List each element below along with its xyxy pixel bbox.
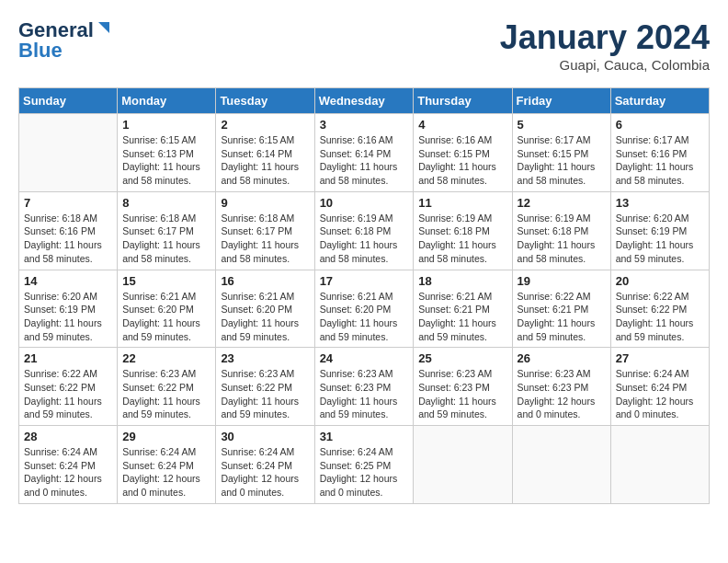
calendar-week-3: 14Sunrise: 6:20 AM Sunset: 6:19 PM Dayli… — [19, 270, 710, 348]
calendar-cell: 13Sunrise: 6:20 AM Sunset: 6:19 PM Dayli… — [610, 191, 709, 270]
calendar-cell: 18Sunrise: 6:21 AM Sunset: 6:21 PM Dayli… — [414, 270, 512, 348]
day-detail: Sunrise: 6:22 AM Sunset: 6:22 PM Dayligh… — [24, 367, 112, 421]
day-detail: Sunrise: 6:21 AM Sunset: 6:21 PM Dayligh… — [418, 290, 506, 344]
day-detail: Sunrise: 6:23 AM Sunset: 6:23 PM Dayligh… — [418, 367, 506, 421]
calendar-cell: 8Sunrise: 6:18 AM Sunset: 6:17 PM Daylig… — [118, 191, 216, 270]
calendar-cell — [610, 426, 709, 504]
calendar-cell: 10Sunrise: 6:19 AM Sunset: 6:18 PM Dayli… — [314, 191, 414, 270]
svg-marker-0 — [98, 22, 109, 33]
calendar-cell: 17Sunrise: 6:21 AM Sunset: 6:20 PM Dayli… — [314, 270, 414, 348]
calendar-cell: 30Sunrise: 6:24 AM Sunset: 6:24 PM Dayli… — [216, 426, 314, 504]
calendar-cell: 22Sunrise: 6:23 AM Sunset: 6:22 PM Dayli… — [118, 348, 216, 426]
day-number: 6 — [616, 118, 704, 132]
day-number: 15 — [122, 274, 210, 288]
col-wednesday: Wednesday — [314, 88, 414, 114]
day-detail: Sunrise: 6:18 AM Sunset: 6:17 PM Dayligh… — [221, 212, 309, 266]
calendar-cell: 26Sunrise: 6:23 AM Sunset: 6:23 PM Dayli… — [512, 348, 610, 426]
day-number: 16 — [221, 274, 309, 288]
calendar-cell: 1Sunrise: 6:15 AM Sunset: 6:13 PM Daylig… — [118, 114, 216, 192]
logo-blue: Blue — [18, 39, 63, 63]
calendar-cell: 27Sunrise: 6:24 AM Sunset: 6:24 PM Dayli… — [610, 348, 709, 426]
page-header: General Blue January 2024 Guapi, Cauca, … — [18, 18, 710, 73]
calendar-cell: 9Sunrise: 6:18 AM Sunset: 6:17 PM Daylig… — [216, 191, 314, 270]
calendar-cell: 14Sunrise: 6:20 AM Sunset: 6:19 PM Dayli… — [19, 270, 118, 348]
day-detail: Sunrise: 6:24 AM Sunset: 6:24 PM Dayligh… — [24, 445, 112, 500]
col-sunday: Sunday — [19, 88, 118, 114]
day-number: 9 — [221, 196, 309, 210]
day-detail: Sunrise: 6:23 AM Sunset: 6:22 PM Dayligh… — [122, 367, 210, 421]
day-detail: Sunrise: 6:22 AM Sunset: 6:21 PM Dayligh… — [518, 290, 606, 344]
col-friday: Friday — [512, 88, 610, 114]
day-detail: Sunrise: 6:21 AM Sunset: 6:20 PM Dayligh… — [122, 290, 210, 344]
day-number: 25 — [418, 351, 506, 365]
day-detail: Sunrise: 6:16 AM Sunset: 6:15 PM Dayligh… — [418, 133, 506, 188]
day-detail: Sunrise: 6:21 AM Sunset: 6:20 PM Dayligh… — [221, 290, 309, 344]
day-detail: Sunrise: 6:24 AM Sunset: 6:25 PM Dayligh… — [320, 445, 409, 500]
day-number: 24 — [320, 351, 409, 365]
calendar-week-1: 1Sunrise: 6:15 AM Sunset: 6:13 PM Daylig… — [19, 114, 710, 192]
day-detail: Sunrise: 6:16 AM Sunset: 6:14 PM Dayligh… — [320, 133, 409, 188]
col-monday: Monday — [118, 88, 216, 114]
calendar-cell: 28Sunrise: 6:24 AM Sunset: 6:24 PM Dayli… — [19, 426, 118, 504]
day-detail: Sunrise: 6:19 AM Sunset: 6:18 PM Dayligh… — [320, 212, 409, 266]
day-detail: Sunrise: 6:24 AM Sunset: 6:24 PM Dayligh… — [122, 445, 210, 500]
calendar-cell: 12Sunrise: 6:19 AM Sunset: 6:18 PM Dayli… — [512, 191, 610, 270]
calendar-cell: 25Sunrise: 6:23 AM Sunset: 6:23 PM Dayli… — [414, 348, 512, 426]
day-detail: Sunrise: 6:21 AM Sunset: 6:20 PM Dayligh… — [320, 290, 409, 344]
calendar-cell: 24Sunrise: 6:23 AM Sunset: 6:23 PM Dayli… — [314, 348, 414, 426]
col-tuesday: Tuesday — [216, 88, 314, 114]
day-number: 7 — [24, 196, 112, 210]
calendar-cell: 19Sunrise: 6:22 AM Sunset: 6:21 PM Dayli… — [512, 270, 610, 348]
day-number: 1 — [122, 118, 210, 132]
calendar-week-2: 7Sunrise: 6:18 AM Sunset: 6:16 PM Daylig… — [19, 191, 710, 270]
day-detail: Sunrise: 6:17 AM Sunset: 6:15 PM Dayligh… — [518, 133, 606, 188]
day-detail: Sunrise: 6:18 AM Sunset: 6:17 PM Dayligh… — [122, 212, 210, 266]
logo: General Blue — [18, 18, 113, 63]
day-number: 12 — [518, 196, 606, 210]
day-detail: Sunrise: 6:23 AM Sunset: 6:22 PM Dayligh… — [221, 367, 309, 421]
calendar-week-5: 28Sunrise: 6:24 AM Sunset: 6:24 PM Dayli… — [19, 426, 710, 504]
calendar-cell: 7Sunrise: 6:18 AM Sunset: 6:16 PM Daylig… — [19, 191, 118, 270]
calendar-cell — [414, 426, 512, 504]
calendar-cell: 11Sunrise: 6:19 AM Sunset: 6:18 PM Dayli… — [414, 191, 512, 270]
day-detail: Sunrise: 6:15 AM Sunset: 6:14 PM Dayligh… — [221, 133, 309, 188]
calendar-cell: 3Sunrise: 6:16 AM Sunset: 6:14 PM Daylig… — [314, 114, 414, 192]
calendar-cell: 2Sunrise: 6:15 AM Sunset: 6:14 PM Daylig… — [216, 114, 314, 192]
day-detail: Sunrise: 6:18 AM Sunset: 6:16 PM Dayligh… — [24, 212, 112, 266]
day-detail: Sunrise: 6:15 AM Sunset: 6:13 PM Dayligh… — [122, 133, 210, 188]
day-detail: Sunrise: 6:24 AM Sunset: 6:24 PM Dayligh… — [616, 367, 704, 421]
day-number: 19 — [518, 274, 606, 288]
day-detail: Sunrise: 6:20 AM Sunset: 6:19 PM Dayligh… — [616, 212, 704, 266]
day-detail: Sunrise: 6:19 AM Sunset: 6:18 PM Dayligh… — [418, 212, 506, 266]
day-number: 18 — [418, 274, 506, 288]
day-detail: Sunrise: 6:22 AM Sunset: 6:22 PM Dayligh… — [616, 290, 704, 344]
col-saturday: Saturday — [610, 88, 709, 114]
day-number: 3 — [320, 118, 409, 132]
day-number: 27 — [616, 351, 704, 365]
calendar-cell: 20Sunrise: 6:22 AM Sunset: 6:22 PM Dayli… — [610, 270, 709, 348]
day-number: 4 — [418, 118, 506, 132]
title-block: January 2024 Guapi, Cauca, Colombia — [500, 18, 710, 73]
day-number: 22 — [122, 351, 210, 365]
logo-arrow-icon — [95, 20, 113, 39]
day-number: 14 — [24, 274, 112, 288]
calendar-cell: 5Sunrise: 6:17 AM Sunset: 6:15 PM Daylig… — [512, 114, 610, 192]
day-number: 11 — [418, 196, 506, 210]
calendar-cell — [512, 426, 610, 504]
day-number: 17 — [320, 274, 409, 288]
calendar-cell: 6Sunrise: 6:17 AM Sunset: 6:16 PM Daylig… — [610, 114, 709, 192]
day-detail: Sunrise: 6:19 AM Sunset: 6:18 PM Dayligh… — [518, 212, 606, 266]
calendar-cell: 16Sunrise: 6:21 AM Sunset: 6:20 PM Dayli… — [216, 270, 314, 348]
day-number: 2 — [221, 118, 309, 132]
day-detail: Sunrise: 6:23 AM Sunset: 6:23 PM Dayligh… — [518, 367, 606, 421]
day-detail: Sunrise: 6:24 AM Sunset: 6:24 PM Dayligh… — [221, 445, 309, 500]
day-number: 23 — [221, 351, 309, 365]
calendar-cell: 4Sunrise: 6:16 AM Sunset: 6:15 PM Daylig… — [414, 114, 512, 192]
day-number: 21 — [24, 351, 112, 365]
day-number: 13 — [616, 196, 704, 210]
calendar-cell: 15Sunrise: 6:21 AM Sunset: 6:20 PM Dayli… — [118, 270, 216, 348]
day-number: 5 — [518, 118, 606, 132]
day-number: 31 — [320, 430, 409, 443]
day-number: 30 — [221, 430, 309, 443]
calendar-week-4: 21Sunrise: 6:22 AM Sunset: 6:22 PM Dayli… — [19, 348, 710, 426]
